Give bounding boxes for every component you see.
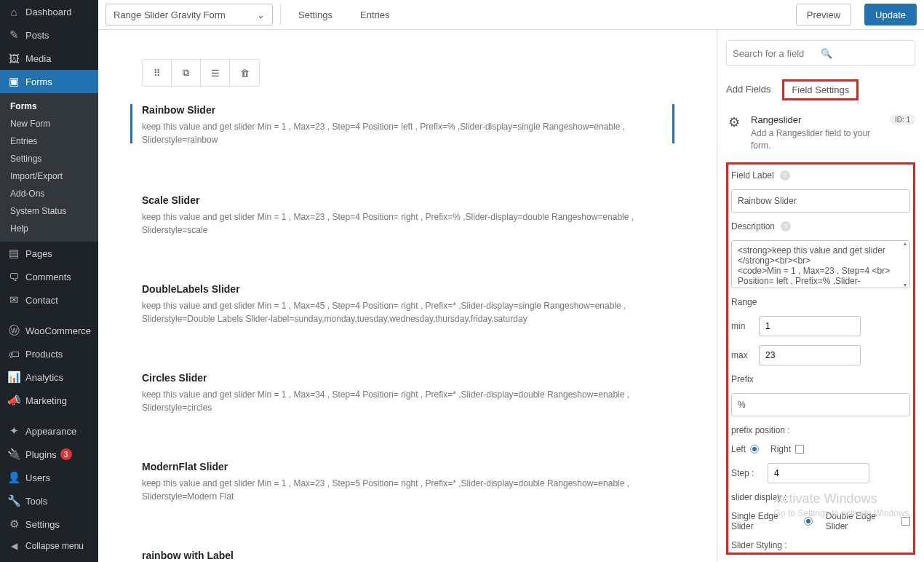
nav-entries[interactable]: Entries [350,5,399,25]
sidebar-item-settings[interactable]: ⚙Settings [0,512,98,536]
update-button[interactable]: Update [864,4,917,25]
scrollbar[interactable]: ▲▼ [901,241,909,288]
sidebar-label: Plugins [25,449,57,460]
input-prefix[interactable] [731,393,910,416]
label-prefix-position: prefix position : [731,425,910,435]
field-type-name: Rangeslider [751,114,881,125]
radio-prefix-left[interactable] [750,445,759,454]
sidebar-item-appearance[interactable]: ✦Appearance [0,419,98,443]
search-icon: 🔍 [821,48,909,59]
input-min[interactable] [759,316,861,336]
form-selector[interactable]: Range Slider Gravity Form ⌄ [105,4,273,25]
edit-settings-icon[interactable]: ☰ [201,60,230,86]
sidebar-item-tools[interactable]: 🔧Tools [0,489,98,512]
desc-line: Position= left , Prefix=% ,Slider- [738,276,904,286]
sidebar-item-media[interactable]: 🖼Media [0,47,98,70]
sidebar-label: Posts [25,30,49,41]
field-toolbar: ⠿ ⧉ ☰ 🗑 [142,59,260,87]
plugins-icon: 🔌 [7,448,20,461]
input-max[interactable] [759,345,861,365]
label-slider-display: slider display : [731,492,910,502]
tab-field-settings[interactable]: Field Settings [782,79,859,100]
field-search[interactable]: Search for a field 🔍 [726,40,915,66]
sidebar-item-products[interactable]: 🏷Products [0,342,98,365]
checkbox-prefix-right[interactable] [795,445,804,454]
label-max: max [731,350,752,360]
nav-settings[interactable]: Settings [288,5,343,25]
checkbox-double-edge[interactable] [901,517,910,526]
sidebar-item-dashboard[interactable]: ⌂Dashboard [0,0,98,23]
field-rainbow-label[interactable]: rainbow with Label keep this value and g… [142,550,673,562]
submenu-addons[interactable]: Add-Ons [0,185,98,202]
label-prefix: Prefix [731,374,910,384]
drag-handle-icon[interactable]: ⠿ [143,60,172,86]
radio-single-edge[interactable] [804,517,813,526]
sidebar-label: Users [25,472,50,483]
tools-icon: 🔧 [7,494,20,507]
field-scale-slider[interactable]: Scale Slider keep this value and get sli… [142,194,673,258]
sidebar-item-woocommerce[interactable]: ⓦWooCommerce [0,319,98,342]
sidebar-item-comments[interactable]: 🗨Comments [0,265,98,288]
search-placeholder: Search for a field [733,48,821,59]
sidebar-item-analytics[interactable]: 📊Analytics [0,365,98,389]
submenu-forms[interactable]: Forms [0,98,98,115]
label-single-edge: Single Edge Slider [731,511,800,531]
appearance-icon: ✦ [7,424,20,438]
help-icon[interactable]: ? [780,170,790,181]
posts-icon: ✎ [7,28,20,41]
pages-icon: ▤ [7,247,20,260]
sidebar-item-marketing[interactable]: 📣Marketing [0,389,98,412]
form-selector-label: Range Slider Gravity Form [113,9,226,20]
tab-add-fields[interactable]: Add Fields [726,79,770,100]
submenu-settings[interactable]: Settings [0,150,98,167]
submenu-import-export[interactable]: Import/Export [0,167,98,185]
panel-tabs: Add Fields Field Settings [726,79,915,101]
sidebar-label: Pages [25,248,52,259]
desc-line: <code>Min = 1 , Max=23 , Step=4 <br> [738,266,904,276]
sidebar-item-posts[interactable]: ✎Posts [0,23,98,47]
field-desc: keep this value and get slider Min = 1 ,… [142,388,673,414]
delete-icon[interactable]: 🗑 [230,60,259,86]
sidebar-item-plugins[interactable]: 🔌Plugins3 [0,443,98,466]
field-doublelabels-slider[interactable]: DoubleLabels Slider keep this value and … [142,283,673,347]
sidebar-label: Appearance [25,426,76,437]
sidebar-item-contact[interactable]: ✉Contact [0,288,98,312]
label-min: min [731,321,752,331]
users-icon: 👤 [7,471,20,484]
dashboard-icon: ⌂ [7,5,20,18]
input-step[interactable] [768,463,869,483]
sidebar-label: Settings [25,519,60,530]
field-desc: keep this value and get slider Min = 1 ,… [142,120,663,146]
duplicate-icon[interactable]: ⧉ [172,60,201,86]
sidebar-label: Comments [25,272,71,282]
preview-button[interactable]: Preview [796,4,851,25]
settings-panel: Search for a field 🔍 Add Fields Field Se… [717,30,924,562]
field-rainbow-slider[interactable]: Rainbow Slider keep this value and get s… [142,104,673,168]
field-title: Rainbow Slider [142,104,663,116]
label-description: Description? [731,221,910,231]
sidebar-label: Dashboard [25,7,72,17]
submenu-help[interactable]: Help [0,220,98,237]
sidebar-item-users[interactable]: 👤Users [0,466,98,489]
desc-line: <strong>keep this value and get slider [738,245,904,256]
admin-sidebar: ⌂Dashboard ✎Posts 🖼Media ▣Forms Forms Ne… [0,0,98,562]
field-type-info: ⚙ Rangeslider Add a Rangeslider field to… [726,114,915,152]
sidebar-item-pages[interactable]: ▤Pages [0,242,98,265]
sidebar-item-forms[interactable]: ▣Forms [0,70,98,93]
field-title: ModernFlat Slider [142,461,673,472]
input-field-label[interactable] [731,189,910,213]
input-description[interactable]: <strong>keep this value and get slider <… [731,240,910,288]
sidebar-label: Tools [25,496,47,507]
submenu-system-status[interactable]: System Status [0,202,98,220]
collapse-menu[interactable]: ◀Collapse menu [0,536,98,556]
field-modernflat-slider[interactable]: ModernFlat Slider keep this value and ge… [142,461,673,525]
collapse-icon: ◀ [7,541,20,551]
submenu-new-form[interactable]: New Form [0,115,98,132]
field-circles-slider[interactable]: Circles Slider keep this value and get s… [142,372,673,436]
sidebar-label: Analytics [25,372,63,383]
woocommerce-icon: ⓦ [7,324,20,337]
field-id-badge: ID: 1 [890,114,915,125]
sidebar-submenu-forms: Forms New Form Entries Settings Import/E… [0,93,98,242]
help-icon[interactable]: ? [781,221,791,231]
submenu-entries[interactable]: Entries [0,132,98,150]
